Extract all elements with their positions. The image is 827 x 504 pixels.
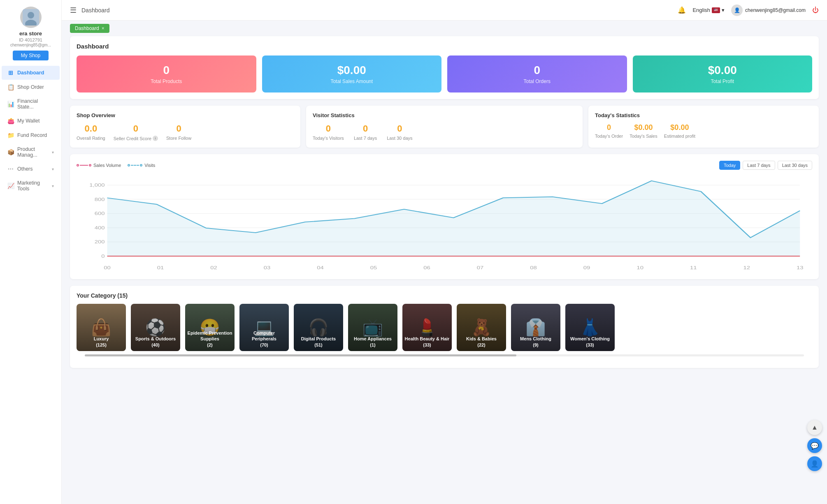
sidebar-item-dashboard[interactable]: ⊞ Dashboard xyxy=(2,66,60,80)
notification-bell-icon[interactable]: 🔔 xyxy=(678,6,686,14)
category-scrollbar xyxy=(85,354,804,356)
svg-text:0: 0 xyxy=(101,254,105,259)
topbar-title: Dashboard xyxy=(81,7,110,14)
category-item-kids-babies[interactable]: 🧸 Kids & Babies(22) xyxy=(457,304,506,351)
sidebar-label-product-manag: Product Manag... xyxy=(17,146,49,158)
legend-line-dashed xyxy=(131,165,139,166)
category-section: Your Category (15) 👜 Luxury(125)⚽ Sports… xyxy=(70,286,819,368)
chart-section: Sales VolumeVisits TodayLast 7 daysLast … xyxy=(70,154,819,279)
user-menu[interactable]: 👤 chenwenjing85@gmail.com xyxy=(731,5,806,16)
svg-text:800: 800 xyxy=(95,197,105,202)
cat-label-epidemic-prevention: Epidemic Prevention Supplies(2) xyxy=(185,327,235,351)
chart-container: 1,00080060040020000001020304050607080910… xyxy=(77,174,812,273)
svg-text:12: 12 xyxy=(743,266,750,270)
legend-dot xyxy=(77,164,79,166)
stat-label-total-orders: Total Orders xyxy=(524,79,551,84)
category-item-computer-peripherals[interactable]: 💻 Computer Peripherals(70) xyxy=(239,304,289,351)
sidebar-label-others: Others xyxy=(17,166,33,172)
sidebar-item-shop-order[interactable]: 📋 Shop Order xyxy=(2,80,60,94)
category-item-home-appliances[interactable]: 📺 Home Appliances(1) xyxy=(348,304,397,351)
visitor-label-today-visitors: Today's Visitors xyxy=(313,136,344,141)
legend-dot xyxy=(89,164,91,166)
breadcrumb-tab[interactable]: Dashboard × xyxy=(70,24,109,33)
language-label: English xyxy=(692,7,710,13)
legend-item-sales-volume: Sales Volume xyxy=(77,163,121,168)
category-item-womens-clothing[interactable]: 👗 Women's Clothing(33) xyxy=(565,304,615,351)
stat-box-total-orders: 0 Total Orders xyxy=(447,55,627,92)
category-item-digital-products[interactable]: 🎧 Digital Products(51) xyxy=(294,304,343,351)
cat-label-digital-products: Digital Products(51) xyxy=(300,333,337,351)
dashboard-icon: ⊞ xyxy=(7,69,14,76)
user-email: chenwenjing85@gmail.com xyxy=(745,7,806,13)
sidebar-item-others[interactable]: ⋯ Others ▾ xyxy=(2,162,60,176)
power-icon[interactable]: ⏻ xyxy=(812,7,819,14)
metric-value-overall-rating: 0.0 xyxy=(77,123,105,134)
legend-dot xyxy=(140,164,142,166)
today-label-estimated-profit: Estimated profit xyxy=(664,134,695,139)
todays-title: Today's Statistics xyxy=(595,112,812,118)
sidebar-item-fund-record[interactable]: 📁 Fund Record xyxy=(2,128,60,142)
chat-button[interactable]: 💬 xyxy=(807,438,822,453)
chevron-down-icon: ▾ xyxy=(52,167,54,171)
cat-label-luxury: Luxury(125) xyxy=(92,333,111,351)
category-item-sports-outdoors[interactable]: ⚽ Sports & Outdoors(40) xyxy=(131,304,180,351)
metric-label-seller-credit: Seller Credit Score i xyxy=(114,136,158,141)
sidebar-item-financial-state[interactable]: 📊 Financial State... xyxy=(2,95,60,113)
help-button[interactable]: 👤 xyxy=(807,456,822,471)
overview-metric-overall-rating: 0.0 Overall Rating xyxy=(77,123,105,141)
sidebar-label-dashboard: Dashboard xyxy=(17,70,44,76)
stats-row: 0 Total Products$0.00 Total Sales Amount… xyxy=(77,55,812,92)
sidebar-item-my-wallet[interactable]: 👛 My Wallet xyxy=(2,114,60,128)
visitor-metrics: 0 Today's Visitors0 Last 7 days0 Last 30… xyxy=(313,123,576,141)
hamburger-icon[interactable]: ☰ xyxy=(70,6,77,15)
stat-value-total-orders: 0 xyxy=(534,64,540,77)
svg-text:01: 01 xyxy=(157,266,164,270)
product-manag-icon: 📦 xyxy=(7,149,14,155)
close-icon[interactable]: × xyxy=(102,25,105,31)
category-item-mens-clothing[interactable]: 👔 Mens Clothing(9) xyxy=(511,304,560,351)
today-value-todays-sales: $0.00 xyxy=(630,123,657,132)
breadcrumb-bar: Dashboard × xyxy=(62,21,827,36)
stat-box-total-sales: $0.00 Total Sales Amount xyxy=(262,55,442,92)
chart-btn-last-7-days[interactable]: Last 7 days xyxy=(743,161,775,170)
stat-label-total-products: Total Products xyxy=(151,79,182,84)
financial-state-icon: 📊 xyxy=(7,101,14,107)
chart-btn-today[interactable]: Today xyxy=(719,161,740,170)
svg-text:07: 07 xyxy=(477,266,484,270)
svg-text:06: 06 xyxy=(423,266,430,270)
sidebar: era store ID 4012791 chenwenjing85@gm...… xyxy=(0,0,62,504)
svg-text:09: 09 xyxy=(583,266,590,270)
svg-text:10: 10 xyxy=(637,266,643,270)
sidebar-nav: ⊞ Dashboard 📋 Shop Order 📊 Financial Sta… xyxy=(0,65,61,196)
sidebar-label-marketing-tools: Marketing Tools xyxy=(17,180,49,192)
shop-order-icon: 📋 xyxy=(7,84,14,90)
cat-label-mens-clothing: Mens Clothing(9) xyxy=(518,333,553,351)
visitor-value-last-7-days: 0 xyxy=(354,123,377,134)
sidebar-label-fund-record: Fund Record xyxy=(17,132,47,138)
stat-box-total-profit: $0.00 Total Profit xyxy=(633,55,813,92)
visitor-metric-today-visitors: 0 Today's Visitors xyxy=(313,123,344,141)
main-area: ☰ Dashboard 🔔 English 🇺🇸 ▾ 👤 chenwenjing… xyxy=(62,0,827,504)
chart-btn-last-30-days[interactable]: Last 30 days xyxy=(778,161,812,170)
category-item-health-beauty[interactable]: 💄 Health Beauty & Hair(33) xyxy=(402,304,452,351)
cat-label-computer-peripherals: Computer Peripherals(70) xyxy=(239,327,289,351)
my-shop-button[interactable]: My Shop xyxy=(13,51,49,60)
line-chart: 1,00080060040020000001020304050607080910… xyxy=(77,174,812,273)
scroll-up-button[interactable]: ▲ xyxy=(807,420,822,435)
todays-statistics: Today's Statistics 0 Today's Order$0.00 … xyxy=(588,106,819,148)
stat-label-total-sales: Total Sales Amount xyxy=(330,79,373,84)
visitor-metric-last-30-days: 0 Last 30 days xyxy=(387,123,412,141)
language-selector[interactable]: English 🇺🇸 ▾ xyxy=(692,7,725,13)
sidebar-item-product-manag[interactable]: 📦 Product Manag... ▾ xyxy=(2,143,60,162)
category-scroll[interactable]: 👜 Luxury(125)⚽ Sports & Outdoors(40)😷 Ep… xyxy=(77,304,812,354)
sidebar-item-marketing-tools[interactable]: 📈 Marketing Tools ▾ xyxy=(2,176,60,195)
category-item-epidemic-prevention[interactable]: 😷 Epidemic Prevention Supplies(2) xyxy=(185,304,235,351)
category-title: Your Category (15) xyxy=(77,292,812,299)
metric-label-overall-rating: Overall Rating xyxy=(77,136,105,141)
store-email: chenwenjing85@gm... xyxy=(9,43,53,47)
today-value-todays-order: 0 xyxy=(595,123,623,132)
svg-text:1,000: 1,000 xyxy=(89,183,105,188)
category-item-luxury[interactable]: 👜 Luxury(125) xyxy=(77,304,126,351)
visitor-metric-last-7-days: 0 Last 7 days xyxy=(354,123,377,141)
topbar: ☰ Dashboard 🔔 English 🇺🇸 ▾ 👤 chenwenjing… xyxy=(62,0,827,21)
